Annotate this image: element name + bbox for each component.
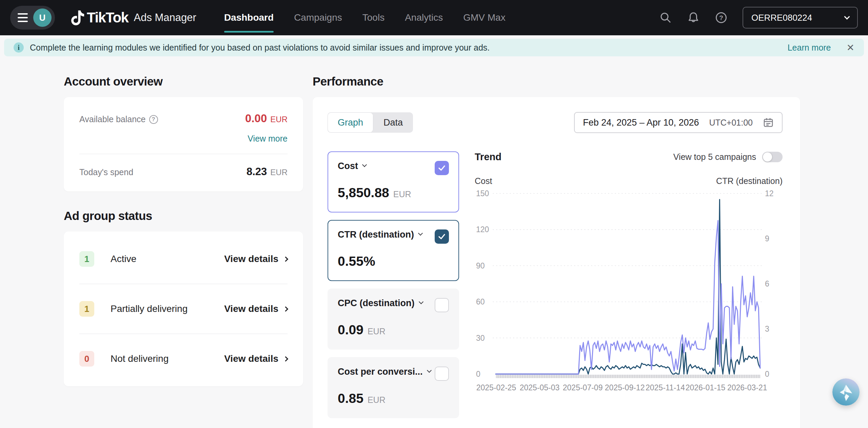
metric-card-cost-per-conversion[interactable]: Cost per conversi... 0.85EUR xyxy=(328,357,459,418)
info-icon: i xyxy=(14,42,24,53)
chevron-down-icon[interactable] xyxy=(362,162,367,167)
chevron-down-icon[interactable] xyxy=(418,231,423,236)
tab-data[interactable]: Data xyxy=(373,112,413,133)
avatar[interactable]: U xyxy=(33,8,52,27)
banner-message: Complete the learning modules we identif… xyxy=(30,43,490,53)
svg-text:2025-07-09: 2025-07-09 xyxy=(563,383,603,392)
metric-card-cost[interactable]: Cost 5,850.88EUR xyxy=(328,151,459,212)
tab-tools[interactable]: Tools xyxy=(362,0,384,35)
not-delivering-count-badge: 0 xyxy=(79,351,94,367)
chevron-right-icon xyxy=(283,306,289,312)
svg-text:2026-01-15: 2026-01-15 xyxy=(686,383,726,392)
right-axis-title: CTR (destination) xyxy=(716,176,783,186)
svg-text:2025-11-14: 2025-11-14 xyxy=(646,383,685,392)
ad-group-status-card: 1 Active View details 1 Partially delive… xyxy=(64,231,303,386)
account-id: OERRE080224 xyxy=(751,13,812,23)
brand-logo[interactable]: TikTok Ads Manager xyxy=(71,10,196,26)
view-top-campaigns-label: View top 5 campaigns xyxy=(673,152,756,162)
chevron-down-icon xyxy=(844,14,850,20)
svg-text:90: 90 xyxy=(476,261,485,270)
search-icon[interactable] xyxy=(659,11,672,24)
balance-help-icon[interactable]: ? xyxy=(149,115,158,124)
metric-card-ctr-destination[interactable]: CTR (destination) 0.55% xyxy=(328,220,459,281)
divider xyxy=(79,154,288,154)
primary-nav: Dashboard Campaigns Tools Analytics GMV … xyxy=(224,0,506,35)
ctr-checkbox[interactable] xyxy=(435,229,449,244)
tab-graph[interactable]: Graph xyxy=(328,112,373,133)
svg-text:9: 9 xyxy=(765,234,769,243)
view-more-link[interactable]: View more xyxy=(79,134,288,144)
performance-title: Performance xyxy=(313,75,800,88)
svg-text:60: 60 xyxy=(476,297,485,306)
svg-text:12: 12 xyxy=(765,189,774,198)
learn-more-link[interactable]: Learn more xyxy=(788,43,831,53)
view-top-campaigns-toggle[interactable] xyxy=(762,152,783,162)
svg-text:120: 120 xyxy=(476,225,489,234)
date-range-picker[interactable]: Feb 24, 2025 – Apr 10, 2026 UTC+01:00 xyxy=(574,112,783,133)
notice-banner: i Complete the learning modules we ident… xyxy=(4,39,864,56)
account-overview-title: Account overview xyxy=(64,75,303,88)
status-row-partially-delivering: 1 Partially delivering View details xyxy=(79,284,288,334)
metric-card-cpc-destination[interactable]: CPC (destination) 0.09EUR xyxy=(328,289,459,350)
tab-dashboard[interactable]: Dashboard xyxy=(224,0,274,35)
chevron-right-icon xyxy=(283,356,289,361)
view-details-not-delivering[interactable]: View details xyxy=(224,353,288,364)
check-icon xyxy=(437,232,446,241)
timezone-value: UTC+01:00 xyxy=(709,118,753,128)
tab-campaigns[interactable]: Campaigns xyxy=(294,0,342,35)
status-row-not-delivering: 0 Not delivering View details xyxy=(79,334,288,384)
svg-text:?: ? xyxy=(719,14,723,21)
chevron-down-icon[interactable] xyxy=(418,299,423,304)
available-balance-value: 0.00EUR xyxy=(245,112,288,125)
svg-text:2025-09-12: 2025-09-12 xyxy=(605,383,645,392)
todays-spend-value: 8.23EUR xyxy=(246,166,288,178)
check-icon xyxy=(437,164,446,172)
main-menu-button[interactable]: U xyxy=(10,6,55,30)
cpc-checkbox[interactable] xyxy=(435,298,449,312)
assistant-spark-icon xyxy=(835,381,857,403)
close-icon[interactable]: ✕ xyxy=(847,42,854,53)
trend-title: Trend xyxy=(475,151,501,163)
tab-analytics[interactable]: Analytics xyxy=(405,0,443,35)
svg-text:0: 0 xyxy=(765,370,769,378)
brand-word: TikTok xyxy=(87,10,128,26)
assistant-floating-button[interactable] xyxy=(832,378,860,406)
trend-line-chart[interactable]: 03060901201500369122025-02-252025-05-032… xyxy=(475,188,783,396)
status-label: Not delivering xyxy=(111,353,169,364)
left-axis-title: Cost xyxy=(475,176,492,186)
partially-delivering-count-badge: 1 xyxy=(79,301,94,317)
graph-data-segmented-control: Graph Data xyxy=(328,112,413,133)
toggle-knob xyxy=(763,152,772,162)
svg-text:30: 30 xyxy=(476,334,485,342)
svg-text:3: 3 xyxy=(765,324,769,333)
svg-text:6: 6 xyxy=(765,279,769,288)
top-nav-bar: U TikTok Ads Manager Dashboard Campaigns… xyxy=(0,0,868,35)
svg-text:2026-03-21: 2026-03-21 xyxy=(727,383,767,392)
view-details-partially-delivering[interactable]: View details xyxy=(224,303,288,314)
status-label: Partially delivering xyxy=(111,303,188,314)
account-selector[interactable]: OERRE080224 xyxy=(743,7,858,29)
svg-text:2025-02-25: 2025-02-25 xyxy=(476,383,516,392)
view-details-active[interactable]: View details xyxy=(224,254,288,264)
cost-per-conversion-checkbox[interactable] xyxy=(435,367,449,381)
metric-cards-list: Cost 5,850.88EUR CTR (destination) xyxy=(328,151,459,418)
notifications-bell-icon[interactable] xyxy=(687,11,700,24)
chevron-right-icon xyxy=(283,256,289,262)
tiktok-note-icon xyxy=(71,10,85,25)
chevron-down-icon[interactable] xyxy=(427,368,432,373)
svg-text:0: 0 xyxy=(476,370,480,378)
svg-text:2025-05-03: 2025-05-03 xyxy=(520,383,560,392)
date-range-value: Feb 24, 2025 – Apr 10, 2026 xyxy=(583,117,699,128)
tab-gmv-max[interactable]: GMV Max xyxy=(463,0,505,35)
status-label: Active xyxy=(111,254,136,264)
hamburger-icon xyxy=(18,13,28,22)
ad-group-status-title: Ad group status xyxy=(64,209,303,223)
calendar-icon xyxy=(763,117,774,128)
help-icon[interactable]: ? xyxy=(715,11,728,24)
available-balance-label: Available balance xyxy=(79,114,146,124)
svg-text:150: 150 xyxy=(476,189,489,198)
cost-checkbox[interactable] xyxy=(435,161,449,175)
status-row-active: 1 Active View details xyxy=(79,234,288,284)
todays-spend-label: Today's spend xyxy=(79,167,133,177)
brand-suffix: Ads Manager xyxy=(134,12,196,24)
